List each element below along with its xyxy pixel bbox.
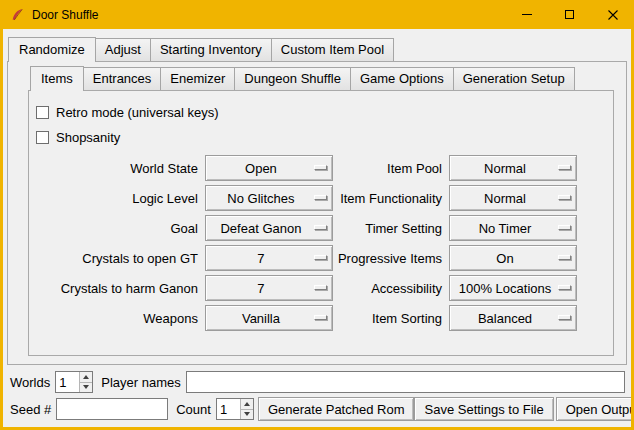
timer-setting-dropdown[interactable]: No Timer — [449, 215, 577, 241]
option-row: Item Sorting Balanced — [338, 305, 577, 331]
dropdown-indicator-icon — [558, 255, 571, 260]
maximize-icon — [565, 10, 574, 19]
worlds-spinner[interactable] — [55, 371, 93, 393]
arrow-up-icon — [83, 375, 89, 379]
count-spinner-input[interactable] — [217, 399, 240, 419]
outer-tab-bar: Randomize Adjust Starting Inventory Cust… — [8, 37, 627, 61]
seed-input[interactable] — [56, 398, 168, 420]
player-names-label: Player names — [99, 375, 185, 390]
tab-enemizer[interactable]: Enemizer — [160, 67, 235, 90]
titlebar[interactable]: Door Shuffle — [0, 0, 634, 29]
window: Door Shuffle Randomize Adjust Starting I… — [0, 0, 634, 430]
tab-randomize[interactable]: Randomize — [8, 37, 96, 62]
spinner-buttons — [79, 372, 92, 392]
dropdown-indicator-icon — [314, 195, 327, 200]
item-functionality-dropdown[interactable]: Normal — [449, 185, 577, 211]
tab-entrances[interactable]: Entrances — [83, 67, 162, 90]
options-right-column: Item Pool Normal Item Functionality Norm… — [338, 155, 577, 331]
count-label: Count — [174, 402, 216, 417]
option-row: Timer Setting No Timer — [338, 215, 577, 241]
option-label: Crystals to open GT — [36, 251, 205, 266]
dropdown-indicator-icon — [558, 165, 571, 170]
client-area: Randomize Adjust Starting Inventory Cust… — [3, 29, 631, 427]
worlds-label: Worlds — [8, 375, 55, 390]
generate-patched-rom-button[interactable]: Generate Patched Rom — [258, 397, 415, 421]
tab-generation-setup[interactable]: Generation Setup — [453, 67, 575, 90]
count-spinner[interactable] — [216, 398, 254, 420]
option-label: Timer Setting — [338, 221, 449, 236]
save-settings-button[interactable]: Save Settings to File — [414, 397, 553, 421]
checkbox-icon[interactable] — [36, 131, 49, 144]
randomize-pane: Items Entrances Enemizer Dungeon Shuffle… — [7, 61, 627, 365]
spin-up-button[interactable] — [80, 372, 92, 383]
logic-level-dropdown[interactable]: No Glitches — [205, 185, 333, 211]
player-names-input[interactable] — [186, 371, 625, 393]
close-icon — [608, 10, 618, 20]
dropdown-indicator-icon — [314, 165, 327, 170]
dropdown-indicator-icon — [314, 255, 327, 260]
open-output-directory-button[interactable]: Open Output Directory — [556, 397, 631, 421]
option-row: Weapons Vanilla — [36, 305, 333, 331]
window-title: Door Shuffle — [32, 8, 99, 22]
minimize-button[interactable] — [505, 0, 548, 29]
window-controls — [505, 0, 634, 29]
dropdown-indicator-icon — [558, 315, 571, 320]
option-label: Crystals to harm Ganon — [36, 281, 205, 296]
tab-starting-inventory[interactable]: Starting Inventory — [150, 38, 272, 61]
shopsanity-checkbox[interactable]: Shopsanity — [36, 125, 605, 150]
dropdown-indicator-icon — [314, 315, 327, 320]
option-row: Accessibility 100% Locations — [338, 275, 577, 301]
item-sorting-dropdown[interactable]: Balanced — [449, 305, 577, 331]
goal-dropdown[interactable]: Defeat Ganon — [205, 215, 333, 241]
option-row: Logic Level No Glitches — [36, 185, 333, 211]
tab-custom-item-pool[interactable]: Custom Item Pool — [271, 38, 394, 61]
option-row: Crystals to harm Ganon 7 — [36, 275, 333, 301]
dropdown-indicator-icon — [558, 225, 571, 230]
crystals-harm-ganon-dropdown[interactable]: 7 — [205, 275, 333, 301]
item-pool-dropdown[interactable]: Normal — [449, 155, 577, 181]
spin-up-button[interactable] — [241, 399, 253, 410]
inner-tab-bar: Items Entrances Enemizer Dungeon Shuffle… — [30, 66, 622, 90]
retro-mode-checkbox[interactable]: Retro mode (universal keys) — [36, 100, 605, 125]
minimize-icon — [522, 14, 532, 15]
option-label: Item Sorting — [338, 311, 449, 326]
spin-down-button[interactable] — [80, 383, 92, 393]
seed-label: Seed # — [8, 402, 56, 417]
dropdown-indicator-icon — [558, 285, 571, 290]
tab-game-options[interactable]: Game Options — [350, 67, 454, 90]
dropdown-indicator-icon — [314, 285, 327, 290]
close-button[interactable] — [591, 0, 634, 29]
option-label: Weapons — [36, 311, 205, 326]
dropdown-indicator-icon — [558, 195, 571, 200]
worlds-spinner-input[interactable] — [56, 372, 79, 392]
tab-dungeon-shuffle[interactable]: Dungeon Shuffle — [234, 67, 351, 90]
option-label: Logic Level — [36, 191, 205, 206]
maximize-button[interactable] — [548, 0, 591, 29]
spin-down-button[interactable] — [241, 410, 253, 420]
options-form: World State Open Logic Level No Glitches — [36, 155, 605, 331]
progressive-items-dropdown[interactable]: On — [449, 245, 577, 271]
items-pane: Retro mode (universal keys) Shopsanity W… — [28, 90, 614, 356]
tab-adjust[interactable]: Adjust — [95, 38, 151, 61]
option-label: Progressive Items — [338, 251, 449, 266]
weapons-dropdown[interactable]: Vanilla — [205, 305, 333, 331]
checkbox-icon[interactable] — [36, 106, 49, 119]
app-icon — [9, 7, 25, 23]
option-row: Progressive Items On — [338, 245, 577, 271]
option-row: Goal Defeat Ganon — [36, 215, 333, 241]
arrow-down-icon — [244, 412, 250, 416]
option-row: Item Functionality Normal — [338, 185, 577, 211]
checkbox-label: Retro mode (universal keys) — [56, 105, 219, 120]
options-left-column: World State Open Logic Level No Glitches — [36, 155, 333, 331]
option-row: Crystals to open GT 7 — [36, 245, 333, 271]
accessibility-dropdown[interactable]: 100% Locations — [449, 275, 577, 301]
world-state-dropdown[interactable]: Open — [205, 155, 333, 181]
arrow-up-icon — [244, 402, 250, 406]
crystals-open-gt-dropdown[interactable]: 7 — [205, 245, 333, 271]
option-row: World State Open — [36, 155, 333, 181]
option-row: Item Pool Normal — [338, 155, 577, 181]
arrow-down-icon — [83, 385, 89, 389]
option-label: Item Pool — [338, 161, 449, 176]
tab-items[interactable]: Items — [30, 66, 84, 91]
checkbox-label: Shopsanity — [56, 130, 120, 145]
